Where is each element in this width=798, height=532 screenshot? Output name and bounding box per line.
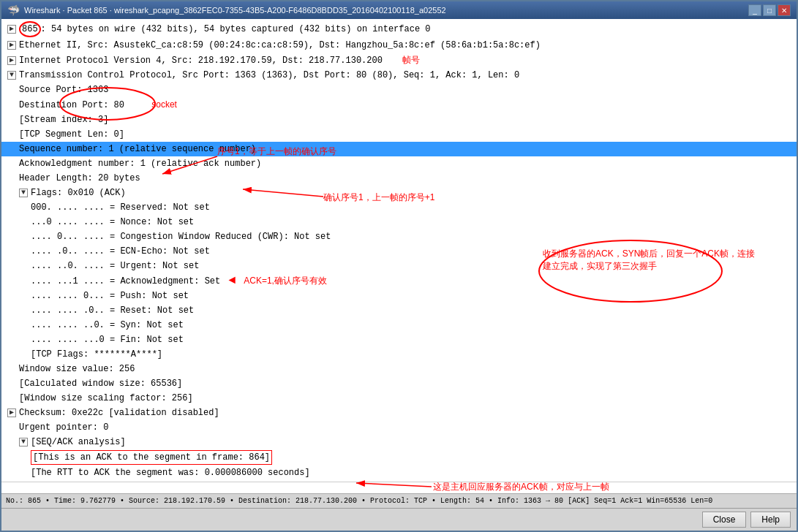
rtt-text: [The RTT to ACK the segment was: 0.00008… [31, 468, 310, 478]
tcp-expander[interactable]: ▼ [7, 71, 16, 80]
tcp-flags-display-row[interactable]: [TCP Flags: *******A****] [1, 347, 797, 362]
ack-num-text: Acknowledgment number: 1 (relative ack n… [19, 159, 261, 169]
flag-urgent-row[interactable]: .... ..0. .... = Urgent: Not set [1, 259, 797, 273]
flag-urgent-text: .... ..0. .... = Urgent: Not set [31, 261, 199, 271]
flag-ecn-text: .... .0.. .... = ECN-Echo: Not set [31, 246, 210, 256]
ack-eq1-annotation: ACK=1,确认序号有效 [244, 276, 327, 286]
flag-nonce-row[interactable]: ...0 .... .... = Nonce: Not set [1, 215, 797, 229]
titlebar-title: Wireshark · Packet 865 · wireshark_pcapn… [24, 6, 446, 15]
flag-push-text: .... .... 0... = Push: Not set [31, 291, 189, 301]
ack-frame-box: [This is an ACK to the segment in frame:… [31, 450, 272, 465]
packet-tree[interactable]: ▶865: 54 bytes on wire (432 bits), 54 by… [1, 19, 797, 482]
seq-num-text: Sequence number: 1 (relative sequence nu… [19, 144, 256, 154]
ethernet-text: Ethernet II, Src: AsustekC_ca:c8:59 (00:… [19, 40, 541, 50]
flag-ecn-row[interactable]: .... .0.. .... = ECN-Echo: Not set [1, 244, 797, 259]
close-button[interactable]: Close [702, 512, 747, 528]
flag-ack-row[interactable]: .... ...1 .... = Acknowledgment: Set ◄ A… [1, 273, 797, 289]
flags-row[interactable]: ▼Flags: 0x010 (ACK) [1, 186, 797, 200]
header-len-text: Header Length: 20 bytes [19, 173, 140, 183]
ip-expander[interactable]: ▶ [7, 56, 16, 65]
bottom-bar: Close Help [1, 508, 797, 531]
header-len-row[interactable]: Header Length: 20 bytes [1, 171, 797, 186]
ip-row[interactable]: ▶Internet Protocol Version 4, Src: 218.1… [1, 53, 797, 68]
ip-text: Internet Protocol Version 4, Src: 218.19… [19, 56, 383, 66]
flag-fin-text: .... .... ...0 = Fin: Not set [31, 335, 184, 345]
rtt-row[interactable]: [The RTT to ACK the segment was: 0.00008… [1, 466, 797, 480]
titlebar-controls: _ □ ✕ [748, 4, 791, 16]
flag-cwr-text: .... 0... .... = Congestion Window Reduc… [31, 232, 331, 242]
frame-expander[interactable]: ▶ [7, 25, 16, 34]
flags-text: Flags: 0x010 (ACK) [31, 188, 126, 198]
statusbar: No.: 865 • Time: 9.762779 • Source: 218.… [1, 493, 797, 508]
stream-index-text: [Stream index: 3] [19, 115, 108, 125]
window-scale-text: [Window size scaling factor: 256] [19, 393, 193, 403]
ack-num-row[interactable]: Acknowledgment number: 1 (relative ack n… [1, 156, 797, 171]
maximize-button[interactable]: □ [763, 4, 776, 16]
window-scale-row[interactable]: [Window size scaling factor: 256] [1, 391, 797, 406]
flag-push-row[interactable]: .... .... 0... = Push: Not set [1, 289, 797, 303]
flag-reset-text: .... .... .0.. = Reset: Not set [31, 305, 194, 316]
seq-ack-expander[interactable]: ▼ [19, 438, 28, 446]
flag-reserved-text: 000. .... .... = Reserved: Not set [31, 202, 210, 213]
flag-reset-row[interactable]: .... .... .0.. = Reset: Not set [1, 303, 797, 318]
flag-fin-row[interactable]: .... .... ...0 = Fin: Not set [1, 332, 797, 347]
ack-frame-row[interactable]: [This is an ACK to the segment in frame:… [1, 449, 797, 466]
ack-arrow-symbol: ◄ [228, 274, 236, 287]
tcp-seg-len-text: [TCP Segment Len: 0] [19, 129, 124, 140]
packet-area: ▶865: 54 bytes on wire (432 bits), 54 by… [1, 19, 797, 493]
seq-ack-analysis-row[interactable]: ▼[SEQ/ACK analysis] [1, 435, 797, 449]
seq-ack-text: [SEQ/ACK analysis] [31, 437, 126, 447]
socket-annotation: socket [151, 99, 177, 110]
titlebar-left: 🦈 Wireshark · Packet 865 · wireshark_pca… [7, 4, 446, 16]
flag-ack-text: .... ...1 .... = Acknowledgment: Set [31, 276, 220, 286]
main-content: ▶865: 54 bytes on wire (432 bits), 54 by… [1, 19, 797, 531]
dst-port-row[interactable]: Destination Port: 80 socket [1, 97, 797, 113]
flag-cwr-row[interactable]: .... 0... .... = Congestion Window Reduc… [1, 229, 797, 244]
statusbar-text: No.: 865 • Time: 9.762779 • Source: 218.… [6, 497, 712, 505]
src-port-text: Source Port: 1363 [19, 85, 108, 95]
checksum-text: Checksum: 0xe22c [validation disabled] [19, 408, 219, 418]
flags-expander[interactable]: ▼ [19, 189, 28, 197]
window-size-row[interactable]: Window size value: 256 [1, 362, 797, 376]
urgent-text: Urgent pointer: 0 [19, 422, 108, 433]
seq-num-row[interactable]: Sequence number: 1 (relative sequence nu… [1, 142, 797, 156]
frame-number-circle: 865 [19, 21, 41, 37]
tcp-text: Transmission Control Protocol, Src Port:… [19, 70, 519, 80]
urgent-row[interactable]: Urgent pointer: 0 [1, 420, 797, 435]
calc-window-text: [Calculated window size: 65536] [19, 379, 182, 389]
tcp-seg-len-row[interactable]: [TCP Segment Len: 0] [1, 127, 797, 142]
dst-port-text: Destination Port: 80 [19, 100, 124, 110]
window-close-button[interactable]: ✕ [778, 4, 791, 16]
main-window: 🦈 Wireshark · Packet 865 · wireshark_pca… [0, 0, 798, 532]
help-button[interactable]: Help [750, 512, 791, 528]
flag-syn-text: .... .... ..0. = Syn: Not set [31, 320, 184, 330]
frame-text: 865: 54 bytes on wire (432 bits), 54 byt… [19, 24, 431, 34]
titlebar: 🦈 Wireshark · Packet 865 · wireshark_pca… [1, 1, 797, 19]
window-size-text: Window size value: 256 [19, 364, 135, 374]
tcp-row[interactable]: ▼Transmission Control Protocol, Src Port… [1, 68, 797, 83]
tcp-flags-display-text: [TCP Flags: *******A****] [31, 349, 162, 360]
this-ack-arrow [356, 483, 432, 487]
this-ack-annotation: 这是主机回应服务器的ACK帧，对应与上一帧 [433, 482, 609, 492]
ethernet-row[interactable]: ▶Ethernet II, Src: AsustekC_ca:c8:59 (00… [1, 38, 797, 53]
checksum-row[interactable]: ▶Checksum: 0xe22c [validation disabled] [1, 406, 797, 420]
app-icon: 🦈 [7, 4, 20, 16]
calc-window-row[interactable]: [Calculated window size: 65536] [1, 376, 797, 391]
frame-row[interactable]: ▶865: 54 bytes on wire (432 bits), 54 by… [1, 20, 797, 38]
flag-reserved-row[interactable]: 000. .... .... = Reserved: Not set [1, 200, 797, 215]
checksum-expander[interactable]: ▶ [7, 408, 16, 417]
frame-annotation: 帧号 [402, 55, 420, 65]
src-port-row[interactable]: Source Port: 1363 [1, 83, 797, 97]
minimize-button[interactable]: _ [748, 4, 761, 16]
flag-syn-row[interactable]: .... .... ..0. = Syn: Not set [1, 318, 797, 332]
stream-index-row[interactable]: [Stream index: 3] [1, 113, 797, 127]
flag-nonce-text: ...0 .... .... = Nonce: Not set [31, 217, 194, 227]
ethernet-expander[interactable]: ▶ [7, 41, 16, 50]
